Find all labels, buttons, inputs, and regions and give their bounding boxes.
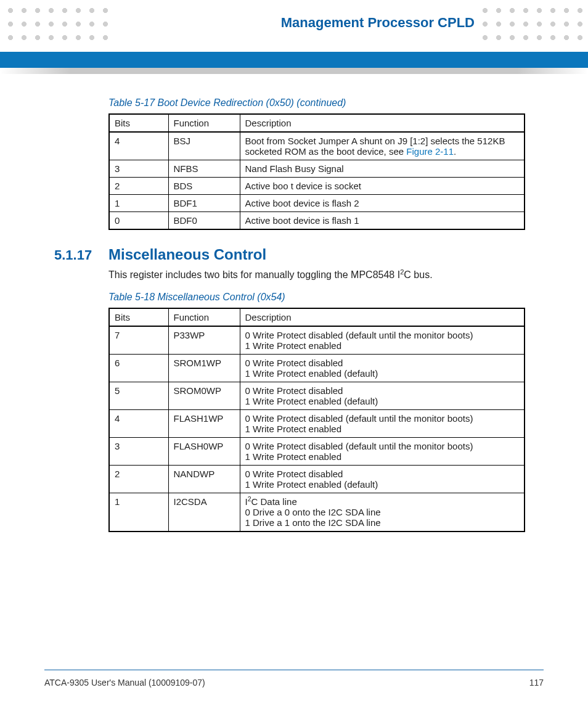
section-body: This register includes two bits for manu… (108, 269, 525, 281)
desc-line: Boot from Socket Jumper A shunt on J9 [1… (245, 136, 520, 157)
desc-line: 1 Write Protect enabled (default) (245, 479, 520, 490)
table-row: 4FLASH1WP0 Write Protect disabled (defau… (109, 410, 525, 438)
cell-description: 0 Write Protect disabled (default until … (240, 410, 525, 438)
cell-bits: 6 (109, 355, 168, 382)
table-row: 0BDF0Active boot device is flash 1 (109, 212, 525, 230)
header-blue-bar (0, 52, 588, 68)
cell-bits: 3 (109, 160, 168, 178)
section-body-pre: This register includes two bits for manu… (108, 269, 400, 280)
cell-bits: 5 (109, 382, 168, 410)
table-5-17: Bits Function Description 4BSJBoot from … (108, 113, 525, 230)
cell-bits: 1 (109, 493, 168, 532)
cell-function: BSJ (168, 132, 240, 160)
cell-description: 0 Write Protect disabled1 Write Protect … (240, 466, 525, 493)
cell-function: P33WP (168, 326, 240, 355)
desc-line: I2C Data line (245, 496, 520, 507)
cell-function: SROM1WP (168, 355, 240, 382)
table-row: 3NFBSNand Flash Busy Signal (109, 160, 525, 178)
cell-function: FLASH1WP (168, 410, 240, 438)
cell-bits: 7 (109, 326, 168, 355)
table-row: 3FLASH0WP0 Write Protect disabled (defau… (109, 438, 525, 466)
col-function: Function (168, 114, 240, 132)
cell-bits: 1 (109, 195, 168, 212)
desc-line: 0 Write Protect disabled (245, 358, 520, 368)
desc-line: Active boo t device is socket (245, 181, 520, 191)
footer-doc-title: ATCA-9305 User's Manual (10009109-07) (44, 678, 205, 688)
cell-description: 0 Write Protect disabled (default until … (240, 438, 525, 466)
desc-line: 0 Write Protect disabled (default until … (245, 413, 520, 424)
page-header-title: Management Processor CPLD (279, 15, 477, 31)
cell-description: 0 Write Protect disabled (default until … (240, 326, 525, 355)
cell-function: NANDWP (168, 466, 240, 493)
desc-line: 1 Write Protect enabled (default) (245, 368, 520, 379)
col-description: Description (240, 308, 525, 326)
table-row: 2NANDWP0 Write Protect disabled1 Write P… (109, 466, 525, 493)
desc-line: 1 Write Protect enabled (default) (245, 396, 520, 406)
desc-line: 1 Write Protect enabled (245, 340, 520, 351)
col-bits: Bits (109, 114, 168, 132)
cell-description: 0 Write Protect disabled1 Write Protect … (240, 382, 525, 410)
cell-bits: 2 (109, 178, 168, 195)
table-row: 1BDF1Active boot device is flash 2 (109, 195, 525, 212)
cell-bits: 4 (109, 410, 168, 438)
cell-bits: 0 (109, 212, 168, 230)
section-title: Miscellaneous Control (108, 246, 266, 263)
desc-line: 0 Write Protect disabled (default until … (245, 441, 520, 451)
col-function: Function (168, 308, 240, 326)
table-5-18: Bits Function Description 7P33WP0 Write … (108, 308, 525, 532)
cell-function: BDF0 (168, 212, 240, 230)
cell-function: NFBS (168, 160, 240, 178)
cell-description: Active boot device is flash 2 (240, 195, 525, 212)
cell-description: Boot from Socket Jumper A shunt on J9 [1… (240, 132, 525, 160)
cell-function: BDS (168, 178, 240, 195)
desc-line: Active boot device is flash 2 (245, 198, 520, 208)
desc-tail: . (454, 146, 456, 157)
cell-bits: 4 (109, 132, 168, 160)
section-number: 5.1.17 (54, 247, 95, 263)
desc-line: 1 Write Protect enabled (245, 424, 520, 434)
cell-description: Active boot device is flash 1 (240, 212, 525, 230)
cell-function: BDF1 (168, 195, 240, 212)
cell-description: 0 Write Protect disabled1 Write Protect … (240, 355, 525, 382)
desc-line: 1 Drive a 1 onto the I2C SDA line (245, 517, 520, 528)
cell-function: I2CSDA (168, 493, 240, 532)
col-bits: Bits (109, 308, 168, 326)
cell-function: SROM0WP (168, 382, 240, 410)
footer-rule (44, 670, 544, 670)
desc-line: 0 Write Protect disabled (245, 469, 520, 479)
desc-line: 0 Drive a 0 onto the I2C SDA line (245, 507, 520, 517)
desc-line: Active boot device is flash 1 (245, 215, 520, 226)
cell-description: Nand Flash Busy Signal (240, 160, 525, 178)
figure-link[interactable]: Figure 2-11 (406, 146, 454, 157)
table-5-17-caption: Table 5-17 Boot Device Redirection (0x50… (108, 97, 525, 109)
table-row: 7P33WP0 Write Protect disabled (default … (109, 326, 525, 355)
table-header-row: Bits Function Description (109, 114, 525, 132)
cell-description: Active boo t device is socket (240, 178, 525, 195)
table-row: 2BDSActive boo t device is socket (109, 178, 525, 195)
table-row: 6SROM1WP0 Write Protect disabled1 Write … (109, 355, 525, 382)
cell-bits: 2 (109, 466, 168, 493)
desc-line: 0 Write Protect disabled (default until … (245, 330, 520, 340)
cell-function: FLASH0WP (168, 438, 240, 466)
cell-description: I2C Data line0 Drive a 0 onto the I2C SD… (240, 493, 525, 532)
footer-page-number: 117 (529, 678, 544, 688)
section-heading: 5.1.17 Miscellaneous Control (54, 246, 525, 263)
section-body-post: C bus. (404, 269, 432, 280)
table-row: 5SROM0WP0 Write Protect disabled1 Write … (109, 382, 525, 410)
desc-line: Nand Flash Busy Signal (245, 163, 520, 174)
table-row: 4BSJBoot from Socket Jumper A shunt on J… (109, 132, 525, 160)
desc-line: 1 Write Protect enabled (245, 451, 520, 462)
desc-line: 0 Write Protect disabled (245, 385, 520, 396)
table-row: 1I2CSDAI2C Data line0 Drive a 0 onto the… (109, 493, 525, 532)
page-content: Table 5-17 Boot Device Redirection (0x50… (108, 97, 525, 548)
header-gray-strip (0, 68, 588, 74)
table-header-row: Bits Function Description (109, 308, 525, 326)
cell-bits: 3 (109, 438, 168, 466)
col-description: Description (240, 114, 525, 132)
table-5-18-caption: Table 5-18 Miscellaneous Control (0x54) (108, 292, 525, 303)
